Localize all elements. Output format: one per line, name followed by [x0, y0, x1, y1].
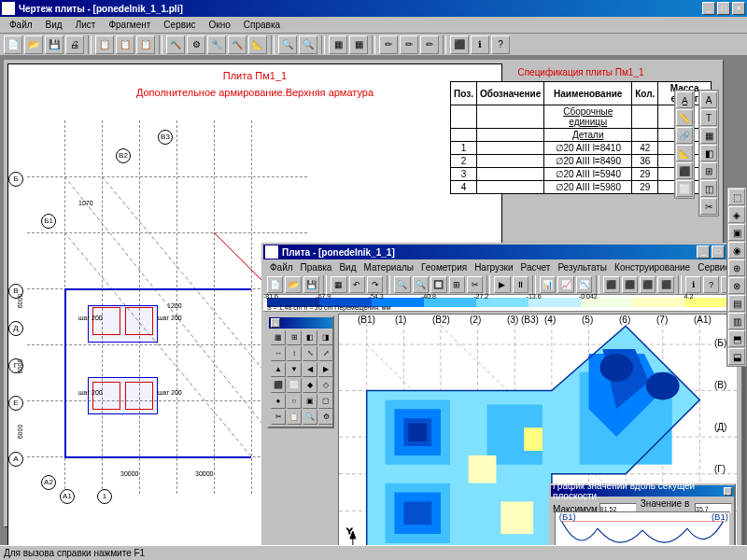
child-toolbar-button[interactable]: ⬛	[622, 276, 638, 293]
tool-icon[interactable]: A̲	[676, 91, 693, 108]
toolbar-button[interactable]: ✏	[400, 35, 418, 54]
tool-icon[interactable]: 🔗	[676, 127, 693, 144]
menu-service[interactable]: Сервис	[158, 18, 201, 32]
child-toolbar-button[interactable]: ▶	[494, 276, 510, 293]
toolbar-button[interactable]: 🔨	[228, 35, 247, 54]
child-toolbar-button[interactable]: ⊞	[449, 276, 465, 293]
toolbar-button[interactable]: 📋	[136, 35, 155, 54]
palette-button[interactable]: ⬜	[287, 378, 302, 393]
graph-titlebar[interactable]: График значений вдоль секущей плоскости …	[551, 485, 734, 497]
palette-button[interactable]: ⤢	[318, 346, 333, 361]
child-toolbar-button[interactable]: 🔍	[413, 276, 429, 293]
toolbar-button[interactable]: ⚙	[187, 35, 205, 54]
tool-icon[interactable]: ◫	[700, 180, 717, 197]
palette-button[interactable]: ◧	[303, 330, 317, 345]
palette-button[interactable]: ▦	[271, 330, 286, 345]
child-toolbar-button[interactable]: ↷	[367, 276, 383, 293]
menu-fragment[interactable]: Фрагмент	[103, 18, 156, 32]
palette-button[interactable]: ⚙	[318, 410, 333, 425]
close-button[interactable]: ×	[732, 2, 745, 15]
cmenu-geometry[interactable]: Геометрия	[417, 261, 471, 273]
tool-icon[interactable]: ◈	[728, 206, 745, 223]
toolbar-button[interactable]: 📐	[248, 35, 267, 54]
toolbar-button[interactable]: 📋	[116, 35, 134, 54]
palette-button[interactable]: ○	[287, 394, 302, 409]
child-toolbar-button[interactable]: ⬛	[640, 276, 655, 293]
child-toolbar-button[interactable]: ✂	[467, 276, 483, 293]
palette-button[interactable]: ▢	[318, 394, 333, 409]
tool-icon[interactable]: ⊗	[728, 277, 745, 294]
palette-button[interactable]: ↔	[271, 346, 286, 361]
tool-icon[interactable]: ⊞	[700, 162, 717, 179]
tool-icon[interactable]: ▦	[700, 127, 717, 144]
tool-palette[interactable]: × ▦⊞◧◨↔↕⤡⤢▲▼◀▶⬛⬜◆◇●○▣▢✂📋🔍⚙	[267, 315, 334, 428]
toolbar-button[interactable]: ▦	[349, 35, 368, 54]
toolbar-button[interactable]: 🖨	[65, 35, 84, 54]
child-toolbar-button[interactable]: 💾	[303, 276, 319, 293]
graph-close[interactable]: ×	[724, 487, 732, 496]
menu-file[interactable]: Файл	[4, 18, 38, 32]
cmenu-edit[interactable]: Правка	[297, 261, 336, 273]
palette-button[interactable]: ◀	[303, 362, 317, 377]
toolbar-button[interactable]: ✏	[420, 35, 439, 54]
menu-window[interactable]: Окно	[204, 18, 236, 32]
child-toolbar-button[interactable]: ⬛	[657, 276, 673, 293]
toolbar-button[interactable]: ⬛	[450, 35, 469, 54]
tool-icon[interactable]: ⬚	[728, 189, 745, 205]
cmenu-results[interactable]: Результаты	[554, 261, 611, 273]
tool-icon[interactable]: ▤	[728, 295, 745, 312]
toolbar-button[interactable]: ▦	[329, 35, 347, 54]
tool-icon[interactable]: A	[700, 91, 717, 108]
tool-icon[interactable]: ◉	[728, 242, 745, 259]
child-toolbar-button[interactable]: 📉	[576, 276, 592, 293]
palette-button[interactable]: ▲	[271, 362, 286, 377]
palette-button[interactable]: ✂	[271, 410, 286, 425]
child-toolbar-button[interactable]: 📂	[285, 276, 301, 293]
toolbar-button[interactable]: ℹ	[471, 35, 489, 54]
menu-view[interactable]: Вид	[40, 18, 68, 32]
palette-button[interactable]: ↕	[287, 346, 302, 361]
child-toolbar-button[interactable]: 📊	[540, 276, 556, 293]
palette-button[interactable]: ◆	[303, 378, 317, 393]
cmenu-materials[interactable]: Материалы	[359, 261, 417, 273]
tool-icon[interactable]: ⬓	[728, 348, 745, 365]
palette-button[interactable]: ◇	[318, 378, 333, 393]
child-toolbar-button[interactable]: ▦	[331, 276, 346, 293]
toolbar-button[interactable]: 📂	[24, 35, 43, 54]
toolbar-button[interactable]: ✏	[379, 35, 398, 54]
cmenu-calc[interactable]: Расчет	[517, 261, 555, 273]
tool-icon[interactable]: ✂	[700, 198, 717, 215]
tool-icon[interactable]: ▥	[728, 313, 745, 329]
child-toolbar-button[interactable]: ⏸	[513, 276, 529, 293]
child-toolbar-button[interactable]: ℹ	[685, 276, 701, 293]
tool-icon[interactable]: T	[700, 109, 717, 126]
child-titlebar[interactable]: Плита - [ponedelnik_1_1] _ □ ×	[263, 245, 741, 259]
palette-button[interactable]: ▣	[303, 394, 317, 409]
child-maximize[interactable]: □	[712, 245, 725, 259]
tool-icon[interactable]: ⬜	[676, 180, 693, 197]
toolbar-button[interactable]: 💾	[45, 35, 63, 54]
palette-titlebar[interactable]: ×	[269, 317, 332, 329]
child-toolbar-button[interactable]: ?	[703, 276, 719, 293]
child-toolbar-button[interactable]: 🔍	[394, 276, 410, 293]
cmenu-file[interactable]: Файл	[266, 261, 297, 273]
tool-icon[interactable]: 📏	[676, 109, 693, 126]
palette-close[interactable]: ×	[271, 318, 280, 328]
palette-button[interactable]: 📋	[287, 410, 302, 425]
palette-button[interactable]: ◨	[318, 330, 333, 345]
palette-button[interactable]: ▶	[318, 362, 333, 377]
maximize-button[interactable]: □	[717, 2, 730, 15]
palette-button[interactable]: ●	[271, 394, 286, 409]
palette-button[interactable]: ▼	[287, 362, 302, 377]
tool-icon[interactable]: ⊕	[728, 259, 745, 276]
tool-icon[interactable]: ◧	[700, 145, 717, 161]
palette-button[interactable]: ⬛	[271, 378, 286, 393]
toolbar-button[interactable]: 🔨	[166, 35, 185, 54]
minimize-button[interactable]: _	[702, 2, 715, 15]
child-minimize[interactable]: _	[697, 245, 710, 259]
tool-icon[interactable]: ▣	[728, 224, 745, 241]
palette-button[interactable]: ⊞	[287, 330, 302, 345]
toolbar-button[interactable]: 📋	[95, 35, 114, 54]
tool-icon[interactable]: ⬒	[728, 330, 745, 347]
cmenu-view[interactable]: Вид	[335, 261, 359, 273]
